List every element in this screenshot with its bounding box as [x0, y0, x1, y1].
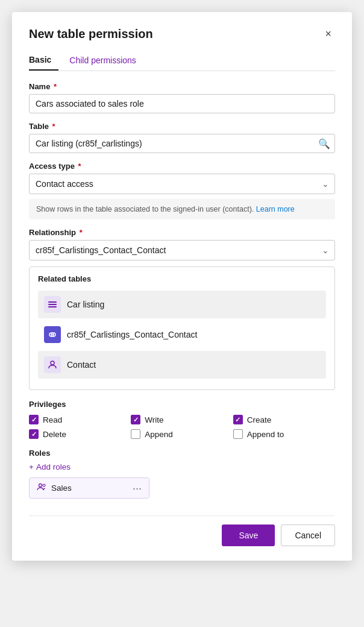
role-person-icon — [37, 482, 46, 494]
privilege-write: Write — [131, 415, 233, 424]
add-roles-button[interactable]: + Add roles — [29, 462, 71, 471]
relationship-select-wrap: cr85f_Carlistings_Contact_Contact ⌄ — [29, 240, 335, 260]
tab-child-permissions[interactable]: Child permissions — [69, 51, 143, 71]
table-search-icon-button[interactable]: 🔍 — [318, 138, 330, 150]
privilege-read: Read — [29, 415, 131, 424]
append-to-checkbox[interactable] — [233, 429, 243, 439]
svg-point-4 — [51, 361, 54, 365]
read-label: Read — [43, 415, 62, 424]
related-tables-label: Related tables — [38, 274, 326, 283]
plus-icon: + — [29, 462, 34, 471]
relationship-field-container: Relationship * cr85f_Carlistings_Contact… — [29, 228, 335, 260]
related-item-car-listing[interactable]: Car listing — [38, 291, 326, 318]
tabs-container: Basic Child permissions — [29, 51, 335, 71]
append-to-label: Append to — [247, 430, 284, 439]
name-label: Name * — [29, 82, 335, 91]
svg-rect-2 — [48, 306, 57, 307]
privileges-label: Privileges — [29, 400, 335, 409]
role-chip-sales: Sales ⋯ — [29, 477, 149, 499]
write-checkbox[interactable] — [131, 415, 140, 424]
related-item-relationship-label: cr85f_Carlistings_Contact_Contact — [67, 330, 197, 339]
privilege-delete: Delete — [29, 429, 131, 439]
append-checkbox[interactable] — [131, 429, 140, 439]
dialog-footer: Save Cancel — [29, 515, 335, 546]
table-icon — [44, 296, 61, 313]
dialog-header: New table permission × — [29, 27, 335, 42]
create-checkbox[interactable] — [233, 415, 243, 424]
related-item-contact[interactable]: Contact — [38, 351, 326, 379]
dialog-title: New table permission — [29, 27, 153, 41]
privilege-append-to: Append to — [233, 429, 335, 439]
roles-label: Roles — [29, 449, 335, 458]
privileges-section: Privileges Read Write Create Delete — [29, 400, 335, 439]
svg-point-5 — [39, 484, 42, 487]
write-label: Write — [145, 415, 163, 424]
learn-more-link[interactable]: Learn more — [256, 205, 295, 213]
privileges-grid: Read Write Create Delete Append Append — [29, 415, 335, 439]
access-type-info-box: Show rows in the table associated to the… — [29, 199, 335, 219]
role-chip-label: Sales — [51, 484, 128, 493]
save-button[interactable]: Save — [222, 525, 275, 546]
svg-rect-0 — [48, 301, 57, 303]
link-icon — [44, 326, 61, 343]
access-type-select-wrap: Global access Contact access Account acc… — [29, 174, 335, 194]
tab-basic[interactable]: Basic — [29, 51, 58, 71]
table-search-wrap: 🔍 — [29, 134, 335, 153]
table-field-container: Table * 🔍 — [29, 122, 335, 153]
svg-rect-1 — [48, 304, 57, 305]
contact-icon — [44, 356, 61, 373]
table-search-input[interactable] — [29, 134, 335, 153]
relationship-label: Relationship * — [29, 228, 335, 237]
privilege-create: Create — [233, 415, 335, 424]
related-item-car-listing-label: Car listing — [67, 300, 104, 309]
delete-checkbox[interactable] — [29, 429, 39, 439]
append-label: Append — [145, 430, 173, 439]
related-item-relationship[interactable]: cr85f_Carlistings_Contact_Contact — [38, 321, 326, 348]
roles-section: Roles + Add roles Sales ⋯ — [29, 449, 335, 499]
read-checkbox[interactable] — [29, 415, 39, 424]
related-tables-box: Related tables Car listing cr85f_Carlist… — [29, 266, 335, 390]
name-input[interactable] — [29, 94, 335, 113]
search-icon: 🔍 — [318, 139, 330, 149]
access-type-field-container: Access type * Global access Contact acce… — [29, 162, 335, 219]
delete-label: Delete — [43, 430, 66, 439]
access-type-select[interactable]: Global access Contact access Account acc… — [29, 174, 335, 194]
create-label: Create — [247, 415, 272, 424]
new-table-permission-dialog: New table permission × Basic Child permi… — [12, 12, 352, 561]
name-field-container: Name * — [29, 82, 335, 113]
role-chip-more-button[interactable]: ⋯ — [133, 483, 142, 494]
relationship-select[interactable]: cr85f_Carlistings_Contact_Contact — [29, 240, 335, 260]
access-type-label: Access type * — [29, 162, 335, 171]
table-label: Table * — [29, 122, 335, 131]
close-button[interactable]: × — [321, 27, 335, 42]
cancel-button[interactable]: Cancel — [281, 525, 335, 546]
related-item-contact-label: Contact — [67, 360, 96, 370]
svg-point-6 — [43, 484, 45, 487]
privilege-append: Append — [131, 429, 233, 439]
